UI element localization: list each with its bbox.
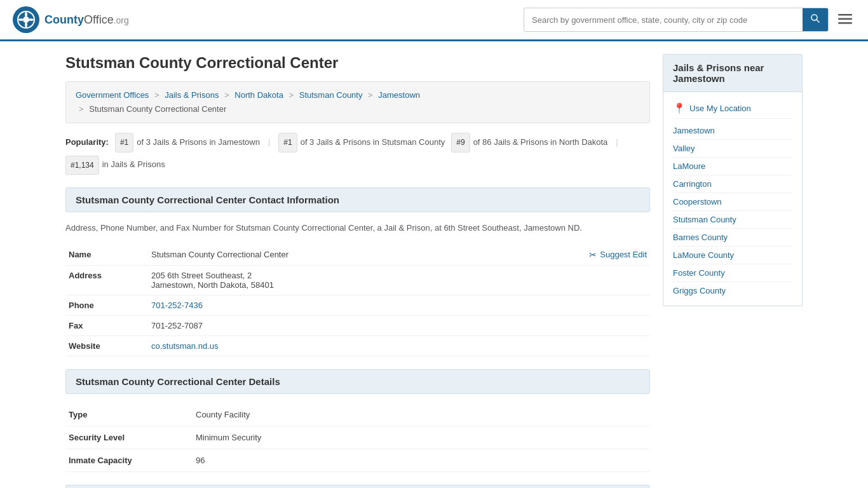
sidebar-header: Jails & Prisons near Jamestown xyxy=(663,54,803,92)
sidebar-link-stutsman-county[interactable]: Stutsman County xyxy=(673,211,792,229)
suggest-edit-link[interactable]: ✂ Suggest Edit xyxy=(589,250,647,260)
popularity-badge-3: #9 xyxy=(451,133,470,152)
svg-point-2 xyxy=(811,15,817,20)
svg-rect-6 xyxy=(838,22,852,24)
popularity-badge-4: #1,134 xyxy=(65,156,99,175)
svg-rect-5 xyxy=(838,18,852,20)
type-label: Type xyxy=(65,403,193,426)
popularity-text-3: of 86 Jails & Prisons in North Dakota xyxy=(473,133,608,152)
contact-description: Address, Phone Number, and Fax Number fo… xyxy=(65,222,650,235)
breadcrumb: Government Offices > Jails & Prisons > N… xyxy=(65,81,650,123)
use-my-location-button[interactable]: 📍 Use My Location xyxy=(673,98,792,119)
website-link[interactable]: co.stutsman.nd.us xyxy=(151,341,219,351)
logo[interactable]: CountyOffice.org xyxy=(13,6,129,33)
location-icon: 📍 xyxy=(673,102,686,114)
sidebar-link-lamoure[interactable]: LaMoure xyxy=(673,158,792,175)
security-label: Security Level xyxy=(65,426,193,449)
table-row: Name Stutsman County Correctional Center… xyxy=(65,245,650,266)
address-value: 205 6th Street Southeast, 2 Jamestown, N… xyxy=(148,265,650,295)
phone-value: 701-252-7436 xyxy=(148,295,650,315)
name-label: Name xyxy=(65,245,148,266)
phone-label: Phone xyxy=(65,295,148,315)
address-label: Address xyxy=(65,265,148,295)
breadcrumb-jamestown[interactable]: Jamestown xyxy=(378,90,420,100)
table-row: Fax 701-252-7087 xyxy=(65,315,650,336)
table-row: Address 205 6th Street Southeast, 2 Jame… xyxy=(65,265,650,295)
sidebar-link-lamoure-county[interactable]: LaMoure County xyxy=(673,247,792,264)
fax-label: Fax xyxy=(65,315,148,336)
sidebar-link-cooperstown[interactable]: Cooperstown xyxy=(673,193,792,211)
sidebar-link-carrington[interactable]: Carrington xyxy=(673,175,792,193)
right-sidebar: Jails & Prisons near Jamestown 📍 Use My … xyxy=(663,54,803,488)
sidebar-link-jamestown[interactable]: Jamestown xyxy=(673,122,792,140)
details-section-header: Stutsman County Correctional Center Deta… xyxy=(65,369,650,394)
fax-value: 701-252-7087 xyxy=(148,315,650,336)
details-table: Type County Facility Security Level Mini… xyxy=(65,403,650,472)
contact-table: Name Stutsman County Correctional Center… xyxy=(65,245,650,356)
table-row: Type County Facility xyxy=(65,403,650,426)
security-value: Minimum Security xyxy=(193,426,650,449)
contact-section-header: Stutsman County Correctional Center Cont… xyxy=(65,187,650,212)
sidebar-link-foster-county[interactable]: Foster County xyxy=(673,264,792,282)
popularity-badge-2: #1 xyxy=(278,133,297,152)
breadcrumb-stutsman-county[interactable]: Stutsman County xyxy=(299,90,363,100)
table-row: Security Level Minimum Security xyxy=(65,426,650,449)
popularity-label: Popularity: xyxy=(65,133,109,152)
sidebar-link-griggs-county[interactable]: Griggs County xyxy=(673,282,792,299)
popularity-section: Popularity: #1 of 3 Jails & Prisons in J… xyxy=(65,133,650,175)
popularity-text-2: of 3 Jails & Prisons in Stutsman County xyxy=(301,133,445,152)
capacity-value: 96 xyxy=(193,449,650,471)
site-header: CountyOffice.org xyxy=(0,0,868,41)
name-value: Stutsman County Correctional Center ✂ Su… xyxy=(148,245,650,266)
svg-line-3 xyxy=(817,20,820,23)
type-value: County Facility xyxy=(193,403,650,426)
popularity-text-1: of 3 Jails & Prisons in Jamestown xyxy=(137,133,260,152)
breadcrumb-jails-prisons[interactable]: Jails & Prisons xyxy=(165,90,219,100)
sidebar-link-valley[interactable]: Valley xyxy=(673,140,792,158)
sidebar-link-barnes-county[interactable]: Barnes County xyxy=(673,229,792,247)
logo-icon xyxy=(13,6,39,33)
map-section-header: Map of Stutsman County Correctional Cent… xyxy=(65,485,650,488)
main-content: Stutsman County Correctional Center Gove… xyxy=(53,41,815,488)
left-content: Stutsman County Correctional Center Gove… xyxy=(65,54,650,488)
website-value: co.stutsman.nd.us xyxy=(148,336,650,356)
table-row: Phone 701-252-7436 xyxy=(65,295,650,315)
popularity-text-4: in Jails & Prisons xyxy=(102,156,165,174)
search-input[interactable] xyxy=(524,10,803,30)
sidebar-content: 📍 Use My Location Jamestown Valley LaMou… xyxy=(663,92,803,306)
table-row: Website co.stutsman.nd.us xyxy=(65,336,650,356)
edit-icon: ✂ xyxy=(589,250,597,260)
breadcrumb-govt-offices[interactable]: Government Offices xyxy=(76,90,149,100)
phone-link[interactable]: 701-252-7436 xyxy=(151,301,203,310)
header-right xyxy=(524,8,855,32)
search-button[interactable] xyxy=(803,8,828,31)
logo-text: CountyOffice.org xyxy=(44,13,129,27)
capacity-label: Inmate Capacity xyxy=(65,449,193,471)
search-container xyxy=(524,8,829,32)
website-label: Website xyxy=(65,336,148,356)
page-title: Stutsman County Correctional Center xyxy=(65,54,650,72)
svg-rect-4 xyxy=(838,14,852,16)
breadcrumb-north-dakota[interactable]: North Dakota xyxy=(234,90,283,100)
popularity-badge-1: #1 xyxy=(115,133,133,152)
table-row: Inmate Capacity 96 xyxy=(65,449,650,471)
breadcrumb-current: Stutsman County Correctional Center xyxy=(89,104,226,114)
menu-button[interactable] xyxy=(835,8,855,31)
